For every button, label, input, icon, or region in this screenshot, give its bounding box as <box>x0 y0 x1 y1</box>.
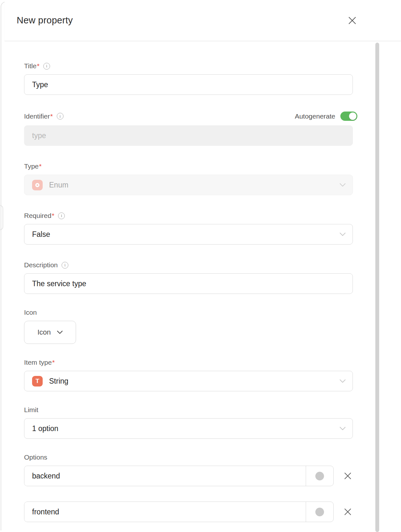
item-type-value: String <box>49 377 68 386</box>
field-title: Title* i <box>24 62 357 95</box>
required-select[interactable]: False <box>24 224 353 245</box>
x-icon <box>344 472 352 480</box>
autogenerate-label: Autogenerate <box>295 112 335 120</box>
required-asterisk: * <box>39 162 42 170</box>
close-icon <box>348 16 356 25</box>
field-description: Description i <box>24 261 357 294</box>
field-options: Options <box>24 453 357 522</box>
required-asterisk: * <box>50 112 53 120</box>
required-asterisk: * <box>37 62 39 70</box>
enum-icon <box>32 180 43 190</box>
option-box <box>24 502 334 522</box>
required-value: False <box>32 230 50 239</box>
field-identifier: Identifier* i Autogenerate <box>24 112 357 146</box>
chevron-down-icon <box>57 331 63 334</box>
type-label: Type* <box>24 162 42 170</box>
icon-dropdown-label: Icon <box>38 328 51 337</box>
scrollbar-thumb[interactable] <box>375 43 379 532</box>
option-row <box>24 502 357 522</box>
new-property-modal: New property Title* i Identifier* i <box>4 0 401 532</box>
field-item-type: Item type* T String <box>24 359 357 391</box>
option-input[interactable] <box>24 466 306 486</box>
string-type-icon: T <box>32 376 43 387</box>
info-icon[interactable]: i <box>58 212 65 219</box>
info-icon[interactable]: i <box>57 113 64 120</box>
x-icon <box>344 508 352 516</box>
icon-label: Icon <box>24 309 37 316</box>
remove-option-button[interactable] <box>342 470 353 481</box>
remove-option-button[interactable] <box>342 506 353 517</box>
field-icon: Icon Icon <box>24 309 357 344</box>
required-asterisk: * <box>52 359 55 366</box>
chevron-down-icon <box>340 379 346 383</box>
color-swatch-icon <box>315 472 324 480</box>
type-select: Enum <box>24 175 353 195</box>
chevron-down-icon <box>340 233 346 236</box>
field-limit: Limit 1 option <box>24 406 357 439</box>
option-color-picker[interactable] <box>306 502 333 522</box>
title-label: Title* <box>24 62 39 70</box>
option-row <box>24 466 357 486</box>
chevron-down-icon <box>340 183 346 187</box>
modal-header: New property <box>4 0 401 41</box>
type-value: Enum <box>49 181 68 189</box>
limit-value: 1 option <box>32 424 58 433</box>
required-label: Required* <box>24 212 54 220</box>
field-required: Required* i False <box>24 212 357 245</box>
description-input[interactable] <box>24 273 353 294</box>
title-input[interactable] <box>24 74 353 95</box>
modal-body: Title* i Identifier* i Autogenerate <box>4 62 401 522</box>
description-label: Description <box>24 261 58 269</box>
option-box <box>24 466 334 486</box>
close-button[interactable] <box>347 15 358 26</box>
required-asterisk: * <box>52 212 54 219</box>
autogenerate-toggle[interactable] <box>340 112 357 121</box>
identifier-input <box>24 125 353 146</box>
limit-label: Limit <box>24 406 38 414</box>
info-icon[interactable]: i <box>62 262 68 269</box>
info-icon[interactable]: i <box>43 63 50 70</box>
identifier-label: Identifier* <box>24 112 53 120</box>
limit-select[interactable]: 1 option <box>24 418 353 439</box>
color-swatch-icon <box>315 508 324 516</box>
item-type-select[interactable]: T String <box>24 371 353 391</box>
option-input[interactable] <box>24 502 306 522</box>
chevron-down-icon <box>340 427 346 430</box>
toggle-knob <box>349 112 356 120</box>
options-label: Options <box>24 453 47 461</box>
backdrop-fragment <box>0 205 3 230</box>
field-type: Type* Enum <box>24 162 357 195</box>
icon-dropdown-button[interactable]: Icon <box>24 321 76 344</box>
option-color-picker[interactable] <box>306 466 333 486</box>
modal-title: New property <box>17 15 73 26</box>
item-type-label: Item type* <box>24 359 55 366</box>
